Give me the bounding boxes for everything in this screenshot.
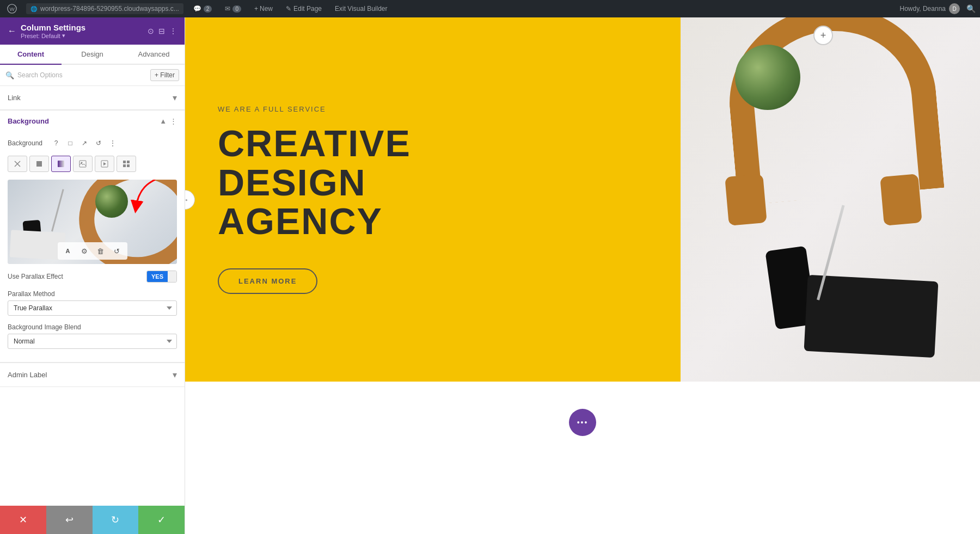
toggle-sidebar-button[interactable]: ↔ xyxy=(185,190,195,210)
link-section: Link ▾ xyxy=(0,86,185,111)
headphone-cup-left xyxy=(725,174,767,226)
user-menu[interactable]: Howdy, Deanna D xyxy=(900,3,960,14)
parallax-method-label: Parallax Method xyxy=(8,290,177,298)
undo-button[interactable]: ↩ xyxy=(46,506,93,534)
sidebar-header: ← Column Settings Preset: Default ▾ ⊙ ⊟ … xyxy=(0,17,185,45)
parallax-toggle[interactable]: YES xyxy=(146,271,177,283)
bg-blend-field: Background Image Blend Normal Multiply S… xyxy=(8,323,177,349)
preset-label: Preset: Default ▾ xyxy=(21,32,143,39)
more-options-icon[interactable]: ⋮ xyxy=(169,27,177,35)
bg-type-gradient[interactable] xyxy=(51,156,71,172)
header-actions: ⊙ ⊟ ⋮ xyxy=(148,27,177,35)
settings-tabs: Content Design Advanced xyxy=(0,45,185,65)
messages-link[interactable]: ✉ 0 xyxy=(222,4,244,14)
search-icon: 🔍 xyxy=(5,71,14,79)
bg-blend-label: Background Image Blend xyxy=(8,323,177,331)
floating-menu-icon: ••• xyxy=(577,418,589,427)
learn-more-button[interactable]: LEARN MORE xyxy=(218,268,317,294)
preset-dropdown-icon[interactable]: ▾ xyxy=(62,32,65,39)
parallax-method-field: Parallax Method True Parallax CSS Parall… xyxy=(8,290,177,316)
bg-type-image[interactable] xyxy=(73,156,93,172)
headphone-cup-right xyxy=(880,174,922,226)
parallax-no[interactable] xyxy=(168,271,176,282)
background-control-row: Background ? □ ↗ ↺ ⋮ xyxy=(8,137,177,149)
site-url[interactable]: 🌐 wordpress-784896-5290955.cloudwaysapps… xyxy=(26,3,183,14)
wordpress-logo[interactable]: W xyxy=(4,1,20,16)
tab-content[interactable]: Content xyxy=(0,45,62,65)
photo-overlay xyxy=(681,17,980,382)
admin-label-expand-icon[interactable]: ▾ xyxy=(173,370,177,380)
edit-page-link[interactable]: ✎ Edit Page xyxy=(283,4,325,14)
background-field-label: Background xyxy=(8,139,46,147)
background-image-preview: A ⚙ 🗑 ↺ xyxy=(8,180,177,264)
image-undo-icon[interactable]: ↺ xyxy=(110,244,124,258)
admin-label-section: Admin Label ▾ xyxy=(0,363,185,387)
svg-rect-11 xyxy=(123,164,126,167)
filter-button[interactable]: + Filter xyxy=(150,69,179,81)
admin-label-text: Admin Label xyxy=(8,371,47,379)
hero-subtitle: WE ARE A FULL SERVICE xyxy=(218,105,648,113)
admin-search-icon[interactable]: 🔍 xyxy=(966,4,976,13)
columns-icon[interactable]: ⊟ xyxy=(158,27,165,35)
link-expand-icon[interactable]: ▾ xyxy=(173,93,177,103)
collapse-icon[interactable]: ▲ xyxy=(160,117,167,125)
link-section-header[interactable]: Link ▾ xyxy=(0,86,185,110)
tab-design[interactable]: Design xyxy=(62,45,123,65)
wordpress-admin-bar: W 🌐 wordpress-784896-5290955.cloudwaysap… xyxy=(0,0,980,17)
section-menu-icon[interactable]: ⋮ xyxy=(170,117,177,125)
back-icon[interactable]: ← xyxy=(8,26,16,36)
redo-button[interactable]: ↻ xyxy=(93,506,139,534)
parallax-effect-label: Use Parallax Effect xyxy=(8,273,142,280)
parallax-method-select[interactable]: True Parallax CSS Parallax xyxy=(8,300,177,316)
background-title: Background xyxy=(8,117,160,125)
comments-link[interactable]: 💬 2 xyxy=(190,4,216,14)
bg-help-icon[interactable]: ? xyxy=(50,137,62,149)
background-field-icons: ? □ ↗ ↺ ⋮ xyxy=(50,137,119,149)
image-text-icon[interactable]: A xyxy=(61,244,75,258)
main-layout: ← Column Settings Preset: Default ▾ ⊙ ⊟ … xyxy=(0,17,980,534)
parallax-effect-row: Use Parallax Effect YES xyxy=(8,271,177,283)
background-section: Background ▲ ⋮ Background ? □ ↗ xyxy=(0,111,185,363)
bg-type-pattern[interactable] xyxy=(117,156,136,172)
svg-rect-12 xyxy=(127,164,130,167)
sidebar-content: Link ▾ Background ▲ ⋮ Background xyxy=(0,86,185,506)
section-header-icons: ▲ ⋮ xyxy=(160,117,177,125)
search-bar: 🔍 + Filter xyxy=(0,65,185,86)
link-label: Link xyxy=(8,94,21,102)
add-section-button[interactable]: + xyxy=(813,26,833,45)
yellow-column: ↔ WE ARE A FULL SERVICE CREATIVE DESIGN … xyxy=(185,17,681,382)
svg-rect-9 xyxy=(123,161,126,163)
bg-more-icon[interactable]: ⋮ xyxy=(107,137,119,149)
builder-canvas: ↔ WE ARE A FULL SERVICE CREATIVE DESIGN … xyxy=(185,17,980,382)
bg-blend-select[interactable]: Normal Multiply Screen Overlay Darken Li… xyxy=(8,334,177,349)
parallax-yes[interactable]: YES xyxy=(147,271,168,282)
search-input[interactable] xyxy=(17,71,147,79)
image-delete-icon[interactable]: 🗑 xyxy=(94,244,108,258)
bottom-action-bar: ✕ ↩ ↻ ✓ xyxy=(0,506,185,534)
bg-type-none[interactable] xyxy=(8,156,27,172)
cancel-button[interactable]: ✕ xyxy=(0,506,46,534)
image-overlay-icons: A ⚙ 🗑 ↺ xyxy=(58,242,127,260)
tab-advanced[interactable]: Advanced xyxy=(123,45,185,65)
bg-type-color[interactable] xyxy=(29,156,49,172)
exit-builder-link[interactable]: Exit Visual Builder xyxy=(332,4,391,14)
fullscreen-icon[interactable]: ⊙ xyxy=(148,27,154,35)
builder-content-area: ↔ WE ARE A FULL SERVICE CREATIVE DESIGN … xyxy=(185,17,980,534)
toggle-arrows-icon: ↔ xyxy=(185,195,189,204)
new-menu[interactable]: + New xyxy=(251,4,276,14)
bg-reset-icon[interactable]: ↺ xyxy=(93,137,105,149)
add-icon: + xyxy=(820,30,826,41)
photo-column: + xyxy=(681,17,980,382)
background-section-header: Background ▲ ⋮ xyxy=(0,111,185,132)
svg-rect-5 xyxy=(58,161,64,167)
svg-rect-10 xyxy=(127,161,130,163)
bg-type-video[interactable] xyxy=(95,156,114,172)
save-button[interactable]: ✓ xyxy=(138,506,185,534)
image-settings-icon[interactable]: ⚙ xyxy=(77,244,91,258)
bg-copy-icon[interactable]: □ xyxy=(64,137,76,149)
user-avatar: D xyxy=(949,3,960,14)
floating-menu-button[interactable]: ••• xyxy=(569,409,596,436)
admin-label-header[interactable]: Admin Label ▾ xyxy=(0,363,185,386)
bottom-section: ••• xyxy=(185,382,980,534)
bg-select-icon[interactable]: ↗ xyxy=(78,137,90,149)
